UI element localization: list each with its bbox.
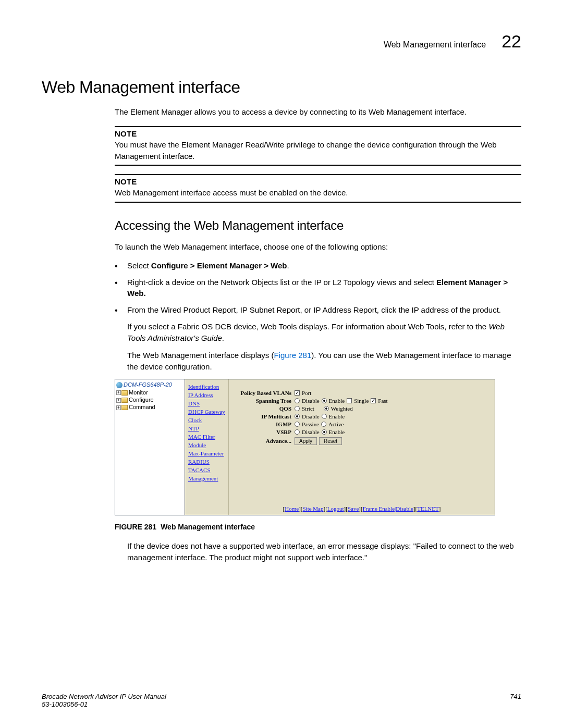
st-fast-checkbox[interactable] bbox=[371, 398, 376, 403]
list-item-text: Select bbox=[127, 261, 151, 270]
opt-label: Passive bbox=[302, 421, 319, 427]
link-home[interactable]: Home bbox=[285, 505, 299, 512]
menu-ntp[interactable]: NTP bbox=[188, 425, 225, 431]
note-label: NOTE bbox=[115, 177, 521, 186]
note-block-1: NOTE You must have the Element Manager R… bbox=[115, 126, 521, 166]
text-run: The Web Management interface displays ( bbox=[127, 351, 274, 360]
chapter-number: 22 bbox=[501, 31, 521, 52]
tree-root[interactable]: DCM-FGS648P-20 bbox=[116, 381, 183, 388]
document-id: 53-1003056-01 bbox=[42, 700, 166, 708]
st-single-checkbox[interactable] bbox=[347, 398, 352, 403]
menu-dhcp-gateway[interactable]: DHCP Gateway bbox=[188, 409, 225, 415]
ipm-disable-radio[interactable] bbox=[295, 414, 300, 419]
figure-caption: FIGURE 281Web Management interface bbox=[115, 523, 521, 531]
list-item-text: From the Wired Product Report, IP Subnet… bbox=[127, 305, 501, 314]
opt-label: Active bbox=[328, 421, 344, 427]
list-item: From the Wired Product Report, IP Subnet… bbox=[115, 304, 521, 316]
tree-item-configure[interactable]: +Configure bbox=[116, 397, 183, 403]
list-item: Select Configure > Element Manager > Web… bbox=[115, 260, 521, 272]
note-text: Web Management interface access must be … bbox=[115, 187, 521, 199]
folder-icon bbox=[121, 398, 128, 403]
note-label: NOTE bbox=[115, 129, 521, 138]
opt-label: Disable bbox=[302, 398, 320, 404]
folder-icon bbox=[121, 405, 128, 410]
qos-label: QOS bbox=[234, 405, 295, 412]
fabric-note: If you select a Fabric OS DCB device, We… bbox=[127, 321, 521, 344]
pbv-port-checkbox[interactable] bbox=[295, 390, 300, 396]
menu-max-parameter[interactable]: Max-Parameter bbox=[188, 450, 225, 456]
footer-link-bar: [Home][Site Map][Logout][Save][Frame Ena… bbox=[229, 505, 495, 512]
link-telnet[interactable]: TELNET bbox=[417, 505, 439, 512]
error-note: If the device does not have a supported … bbox=[127, 540, 521, 563]
pbv-port-label: Port bbox=[302, 390, 311, 396]
igmp-passive-radio[interactable] bbox=[295, 422, 300, 427]
opt-label: Enable bbox=[329, 429, 345, 435]
config-panel: Policy Based VLANs Port Spanning Tree Di… bbox=[229, 379, 495, 515]
opt-label: Weighted bbox=[331, 405, 353, 412]
spanning-tree-label: Spanning Tree bbox=[234, 398, 295, 404]
manual-title: Brocade Network Advisor IP User Manual bbox=[42, 693, 166, 700]
link-save[interactable]: Save bbox=[348, 505, 359, 512]
figure-label: FIGURE 281 bbox=[115, 523, 156, 531]
subsection-heading: Accessing the Web Management interface bbox=[115, 218, 521, 233]
procedure-list: Select Configure > Element Manager > Web… bbox=[115, 260, 521, 316]
menu-module[interactable]: Module bbox=[188, 442, 225, 448]
pbv-label: Policy Based VLANs bbox=[234, 390, 295, 396]
section-heading: Web Management interface bbox=[42, 78, 521, 97]
page-header: Web Management interface 22 bbox=[42, 31, 521, 52]
nav-tree: DCM-FGS648P-20 +Monitor +Configure +Comm… bbox=[115, 379, 185, 515]
qos-strict-radio[interactable] bbox=[295, 406, 300, 411]
vsrp-label: VSRP bbox=[234, 429, 295, 435]
st-disable-radio[interactable] bbox=[295, 398, 300, 403]
vsrp-disable-radio[interactable] bbox=[295, 429, 300, 435]
st-enable-radio[interactable] bbox=[322, 398, 327, 403]
menu-clock[interactable]: Clock bbox=[188, 417, 225, 423]
tree-item-monitor[interactable]: +Monitor bbox=[116, 389, 183, 396]
text-run: If you select a Fabric OS DCB device, We… bbox=[127, 322, 488, 331]
intro-paragraph: The Element Manager allows you to access… bbox=[115, 106, 521, 118]
expand-icon[interactable]: + bbox=[116, 398, 121, 403]
igmp-active-radio[interactable] bbox=[321, 422, 326, 427]
ipm-enable-radio[interactable] bbox=[322, 414, 327, 419]
list-item-text: Right-click a device on the Network Obje… bbox=[127, 278, 436, 287]
menu-identification[interactable]: Identification bbox=[188, 384, 225, 390]
figure-screenshot: DCM-FGS648P-20 +Monitor +Configure +Comm… bbox=[115, 379, 495, 515]
page-footer: Brocade Network Advisor IP User Manual 5… bbox=[42, 693, 521, 708]
note-text: You must have the Element Manager Read/W… bbox=[115, 139, 521, 162]
menu-path: Configure > Element Manager > Web bbox=[151, 261, 287, 270]
subsection-lead: To launch the Web Management interface, … bbox=[115, 241, 521, 253]
figure-title: Web Management interface bbox=[161, 523, 255, 531]
globe-icon bbox=[116, 382, 123, 388]
link-logout[interactable]: Logout bbox=[327, 505, 344, 512]
config-menu: Identification IP Address DNS DHCP Gatew… bbox=[185, 379, 229, 515]
note-block-2: NOTE Web Management interface access mus… bbox=[115, 174, 521, 203]
qos-weighted-radio[interactable] bbox=[324, 406, 329, 411]
opt-label: Enable bbox=[329, 413, 345, 419]
menu-mac-filter[interactable]: MAC Filter bbox=[188, 434, 225, 440]
apply-button[interactable]: Apply bbox=[295, 437, 317, 445]
page-number: 741 bbox=[510, 693, 521, 708]
menu-management[interactable]: Management bbox=[188, 475, 225, 482]
opt-label: Strict bbox=[302, 405, 314, 412]
link-sitemap[interactable]: Site Map bbox=[302, 505, 323, 512]
text-run: . bbox=[222, 334, 224, 342]
list-item-text: . bbox=[287, 261, 289, 270]
menu-dns[interactable]: DNS bbox=[188, 400, 225, 406]
opt-label: Fast bbox=[378, 398, 387, 404]
tree-item-command[interactable]: +Command bbox=[116, 404, 183, 410]
folder-icon bbox=[121, 390, 128, 396]
expand-icon[interactable]: + bbox=[116, 405, 121, 410]
menu-ip-address[interactable]: IP Address bbox=[188, 392, 225, 398]
opt-label: Single bbox=[354, 398, 369, 404]
list-item: Right-click a device on the Network Obje… bbox=[115, 277, 521, 300]
ip-multicast-label: IP Multicast bbox=[234, 413, 295, 419]
opt-label: Disable bbox=[302, 413, 320, 419]
figure-crossref[interactable]: Figure 281 bbox=[274, 351, 312, 360]
menu-radius[interactable]: RADIUS bbox=[188, 459, 225, 465]
expand-icon[interactable]: + bbox=[116, 390, 121, 395]
menu-tacacs[interactable]: TACACS bbox=[188, 467, 225, 473]
reset-button[interactable]: Reset bbox=[319, 437, 342, 445]
link-frame-toggle[interactable]: Frame Enable|Disable bbox=[363, 505, 413, 512]
opt-label: Disable bbox=[302, 429, 320, 435]
vsrp-enable-radio[interactable] bbox=[322, 429, 327, 435]
